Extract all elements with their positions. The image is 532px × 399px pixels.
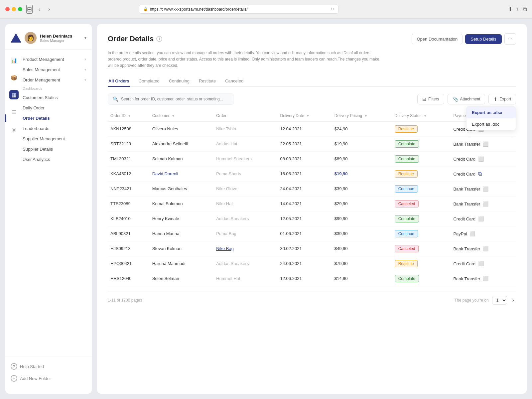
table-row[interactable]: KKA45012 David Dorenli Puma Shorts 16.06… <box>108 166 516 181</box>
cell-status: Restitute <box>392 166 451 181</box>
col-header-customer[interactable]: Customer ▼ <box>150 110 213 122</box>
add-folder-item[interactable]: + Add New Folder <box>11 372 86 384</box>
cell-status: Continue <box>392 226 451 241</box>
table-row[interactable]: SRT32123 Alexandre Selinelli Adidas Hat … <box>108 136 516 151</box>
pagination-next-button[interactable]: › <box>510 297 516 304</box>
table-row[interactable]: HRS12040 Selen Selman Hummel Hat 12.06.2… <box>108 271 516 286</box>
help-started-item[interactable]: ? Help Started <box>11 360 86 372</box>
nav-icon-box[interactable]: 📦 <box>9 73 19 82</box>
reload-icon[interactable]: ↻ <box>331 7 334 12</box>
address-bar[interactable]: 🔒 https://: www.xxxsportsavm.net/dashboa… <box>139 5 338 14</box>
cell-customer: Marcus Genihales <box>150 181 213 196</box>
col-header-order-id[interactable]: Order ID ▼ <box>108 110 150 122</box>
table-row[interactable]: KLB24010 Henry Kweale Adidas Sneakers 12… <box>108 211 516 226</box>
tab-completed[interactable]: Complated <box>138 76 160 87</box>
row-action-button[interactable]: ⧉ <box>477 170 483 178</box>
export-xlsx-option[interactable]: Export as .xlsx <box>466 107 516 118</box>
browser-chrome: ⊟ ‹ › 🔒 https://: www.xxxsportsavm.net/d… <box>0 0 532 19</box>
share-button[interactable]: ⬆ <box>508 6 512 13</box>
table-row[interactable]: TML30321 Selman Kalman Hummel Sneakers 0… <box>108 151 516 166</box>
row-action-button[interactable]: ⬜ <box>481 245 490 252</box>
row-action-button[interactable]: ⬜ <box>481 275 490 282</box>
row-action-button[interactable]: ⬜ <box>477 215 485 222</box>
sort-icon: ▼ <box>306 114 310 118</box>
table-row[interactable]: HJS09213 Stevan Kolman Nike Bag 30.02.20… <box>108 241 516 256</box>
sidebar-item-supplier-details[interactable]: Supplier Details <box>5 144 92 154</box>
cell-payment: Credit Card ⧉ <box>451 166 516 181</box>
tab-continuing[interactable]: Continuing <box>168 76 190 87</box>
order-name: Adidas Hat <box>216 141 237 146</box>
attachment-icon: 📎 <box>453 96 458 102</box>
cell-price: $39,90 <box>332 181 392 196</box>
back-button[interactable]: ‹ <box>37 6 42 13</box>
nav-icon-circle[interactable]: ◉ <box>9 125 19 134</box>
cell-date: 12.05.2021 <box>278 211 332 226</box>
nav-icon-chart[interactable]: 📊 <box>9 56 19 65</box>
user-menu-chevron[interactable]: ▾ <box>84 36 86 40</box>
attachment-button[interactable]: 📎 Attachment <box>448 94 485 104</box>
minimize-dot[interactable] <box>12 7 16 11</box>
cell-customer: David Dorenli <box>150 166 213 181</box>
table-row[interactable]: AKN12508 Olivera Nules Nike Tshirt 12.04… <box>108 121 516 136</box>
cell-status: Restitute <box>392 256 451 271</box>
cell-date: 12.06.2021 <box>278 271 332 286</box>
row-action-button[interactable]: ⬜ <box>477 260 485 267</box>
documentation-button[interactable]: Open Documantation <box>412 34 463 44</box>
cell-status: Complate <box>392 271 451 286</box>
forward-button[interactable]: › <box>46 6 52 13</box>
setup-details-button[interactable]: Setup Details <box>465 34 501 44</box>
cell-price: $99,90 <box>332 211 392 226</box>
row-action-button[interactable]: ⬜ <box>481 200 490 207</box>
order-link[interactable]: Nike Bag <box>216 246 234 251</box>
export-doc-option[interactable]: Export as .doc <box>466 118 516 130</box>
windows-button[interactable]: ⧉ <box>523 6 527 13</box>
table-row[interactable]: TTS23089 Kemal Solomon Nike Hat 14.04.20… <box>108 196 516 211</box>
search-icon: 🔍 <box>113 96 118 102</box>
payment-method: Bank Transfer <box>453 187 480 192</box>
status-badge: Canceled <box>395 245 419 252</box>
cell-status: Canceled <box>392 196 451 211</box>
cell-customer: Kemal Solomon <box>150 196 213 211</box>
cell-order-id: ABL90821 <box>108 226 150 241</box>
page-select[interactable]: 1 2 3 <box>492 296 507 305</box>
customer-name: Marcus Genihales <box>152 186 187 191</box>
tab-canceled[interactable]: Canceled <box>224 76 244 87</box>
customer-link[interactable]: David Dorenli <box>152 171 178 176</box>
search-input[interactable] <box>121 97 229 101</box>
maximize-dot[interactable] <box>18 7 22 11</box>
filters-button[interactable]: ⊟ Filters <box>417 94 444 104</box>
tab-all-orders[interactable]: All Orders <box>108 76 130 87</box>
sidebar-toggle-icon[interactable]: ⊟ <box>26 5 33 14</box>
row-action-button[interactable]: ⬜ <box>477 156 485 162</box>
col-header-delivery-date[interactable]: Delivery Date ▼ <box>278 110 332 122</box>
new-tab-button[interactable]: ＋ <box>515 6 520 13</box>
table-row[interactable]: NNP23421 Marcus Genihales Nike Glove 24.… <box>108 181 516 196</box>
info-icon[interactable]: i <box>156 36 162 42</box>
close-dot[interactable] <box>5 7 10 11</box>
row-action-button[interactable]: ⬜ <box>481 141 490 147</box>
col-header-delivery-pricing[interactable]: Delivery Pricing ▼ <box>332 110 392 122</box>
sidebar-item-user-analytics[interactable]: User Analytics <box>5 154 92 165</box>
pagination: 1-11 of 1200 pages The page you're on 1 … <box>108 292 516 305</box>
toolbar: 🔍 ⊟ Filters 📎 Attachment ⬆ Export <box>108 93 516 105</box>
table-row[interactable]: HPO30421 Haruna Mahmudi Adidas Sneakers … <box>108 256 516 271</box>
table-row[interactable]: ABL90821 Hanna Marina Puma Bag 01.06.202… <box>108 226 516 241</box>
search-box[interactable]: 🔍 <box>108 93 234 105</box>
nav-icon-list[interactable]: ☰ <box>9 107 19 117</box>
row-action-button[interactable]: ⬜ <box>468 230 476 237</box>
export-button[interactable]: ⬆ Export <box>488 94 516 104</box>
cell-order: Adidas Sneakers <box>213 211 277 226</box>
nav-icon-dashboard[interactable]: ▦ <box>9 90 19 99</box>
cell-payment: Credit Card ⬜ <box>451 151 516 166</box>
sidebar-item-supplier-management[interactable]: Supplier Menagement <box>5 134 92 144</box>
tab-restitute[interactable]: Restitute <box>198 76 216 87</box>
status-badge: Restitute <box>395 260 418 267</box>
more-options-button[interactable]: ··· <box>504 33 516 45</box>
status-badge: Continue <box>395 185 418 193</box>
row-action-button[interactable]: ⬜ <box>481 186 490 192</box>
col-header-delivery-status[interactable]: Delivery Status ▼ <box>392 110 451 122</box>
cell-customer: Olivera Nules <box>150 121 213 136</box>
logo-icon <box>11 33 21 43</box>
payment-method: Bank Transfer <box>453 201 480 206</box>
cell-order-id: NNP23421 <box>108 181 150 196</box>
